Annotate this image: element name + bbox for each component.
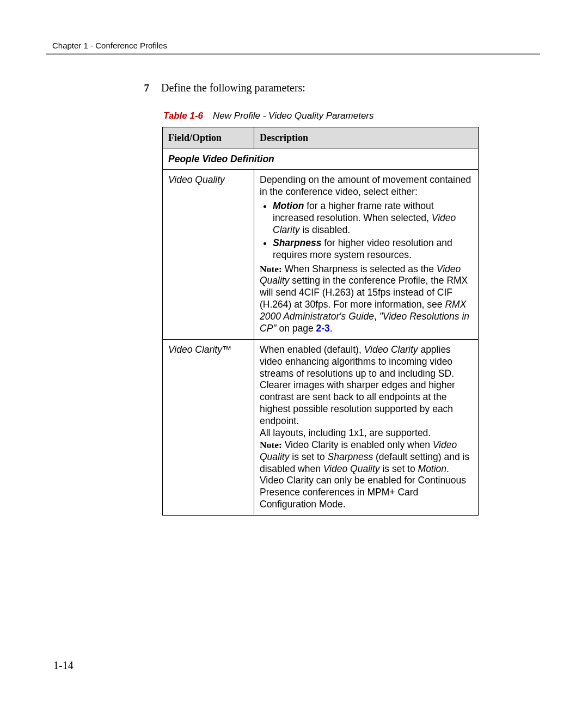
header-description: Description [254,127,479,149]
page: Chapter 1 - Conference Profiles 7 Define… [0,0,588,711]
vc-p1: When enabled (default), Video Clarity ap… [260,344,473,427]
vc-n-vq2: Video Quality [323,463,380,474]
page-number: 1-14 [53,659,74,672]
vc-note-label: Note: [260,439,282,450]
section-header-row: People Video Definition [163,149,479,170]
vc-n-a: Video Clarity is enabled only when [282,439,433,450]
vq-note-pageref[interactable]: 2-3 [316,323,330,334]
vq-note-c: , [374,311,379,322]
content-area: 7 Define the following parameters: Table… [140,82,489,516]
caption-text: New Profile - Video Quality Parameters [213,111,373,121]
vq-option-sharpness: Sharpness for higher video resolution an… [273,237,473,261]
vq-sharpness-lead: Sharpness [273,237,321,248]
vc-p1-a: When enabled (default), [260,344,364,355]
header-divider [46,53,540,55]
step-text: Define the following parameters: [161,82,305,94]
vq-note-d: on page [277,323,316,334]
desc-video-quality: Depending on the amount of movement cont… [254,170,479,339]
field-video-clarity: Video Clarity™ [163,339,254,515]
vc-n-d: is set to [380,463,418,474]
section-header: People Video Definition [163,149,479,170]
step-row: 7 Define the following parameters: [140,82,489,94]
vq-note-a: When Sharpness is selected as the [282,263,437,274]
vc-note: Note: Video Clarity is enabled only when… [260,439,473,475]
vq-note-b: setting in the conference Profile, the R… [260,275,468,310]
vc-p2: All layouts, including 1x1, are supporte… [260,427,473,439]
table-row: Video Quality Depending on the amount of… [163,170,479,339]
vc-p4: Video Clarity can only be enabled for Co… [260,475,473,511]
table-header-row: Field/Option Description [163,127,479,149]
vq-note-e: . [330,323,333,334]
vq-intro: Depending on the amount of movement cont… [260,174,471,197]
table-caption: Table 1-6New Profile - Video Quality Par… [140,111,489,121]
vc-p1-vc: Video Clarity [364,344,418,355]
vc-n-e: . [446,463,449,474]
vc-p1-b: applies video enhancing algorithms to in… [260,344,455,426]
step-number: 7 [140,82,149,94]
vq-option-motion: Motion for a higher frame rate without i… [273,200,473,236]
chapter-header: Chapter 1 - Conference Profiles [52,41,167,50]
vq-motion-text-b: is disabled. [300,224,350,235]
vc-n-b: is set to [289,451,327,462]
parameters-table: Field/Option Description People Video De… [162,127,479,516]
vq-options-list: Motion for a higher frame rate without i… [260,200,473,261]
vq-motion-lead: Motion [273,200,304,211]
vc-n-sharp: Sharpness [328,451,373,462]
field-video-quality: Video Quality [163,170,254,339]
caption-label: Table 1-6 [163,111,203,121]
desc-video-clarity: When enabled (default), Video Clarity ap… [254,339,479,515]
table-row: Video Clarity™ When enabled (default), V… [163,339,479,515]
vc-n-motion: Motion [418,463,447,474]
vq-note-label: Note: [260,263,282,274]
header-field: Field/Option [163,127,254,149]
